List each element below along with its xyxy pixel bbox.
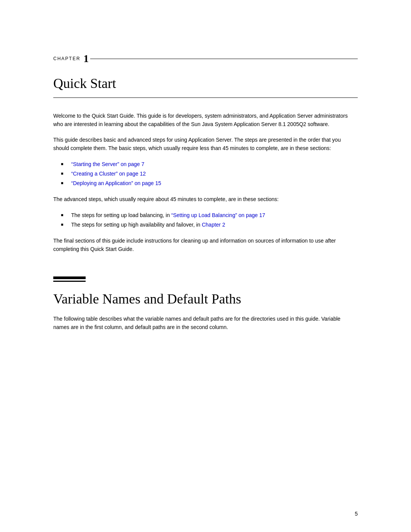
section2-paragraph-1: The following table describes what the v…: [53, 315, 358, 332]
basic-links-list: “Starting the Server” on page 7 “Creatin…: [61, 160, 358, 189]
load-balancing-link[interactable]: “Setting up Load Balancing” on page 17: [171, 212, 265, 218]
advanced-bullets-list: The steps for setting up load balancing,…: [61, 211, 358, 230]
bar-thick: [53, 276, 86, 279]
section2-title: Variable Names and Default Paths: [53, 291, 358, 307]
intro-paragraph-1: Welcome to the Quick Start Guide. This g…: [53, 112, 358, 129]
chapter-title: Quick Start: [53, 75, 358, 91]
chapter-divider-line: [90, 59, 358, 59]
deploying-application-link[interactable]: “Deploying an Application” on page 15: [71, 179, 161, 188]
list-item: “Creating a Cluster” on page 12: [61, 169, 358, 179]
intro-paragraph-2: This guide describes basic and advanced …: [53, 136, 358, 153]
content-area: Chapter 1 Quick Start Welcome to the Qui…: [0, 0, 411, 369]
list-item: The steps for setting up high availabili…: [61, 220, 358, 230]
chapter-2-link[interactable]: Chapter 2: [202, 222, 225, 228]
chapter-label: Chapter: [53, 56, 80, 61]
decorative-bars: [53, 276, 358, 282]
bar-thin: [53, 281, 86, 282]
final-paragraph: The final sections of this guide include…: [53, 236, 358, 254]
creating-cluster-link[interactable]: “Creating a Cluster” on page 12: [71, 169, 146, 179]
chapter-header: Chapter 1: [53, 53, 358, 64]
advanced-bullet-2-prefix: The steps for setting up high availabili…: [71, 222, 202, 228]
starting-server-link[interactable]: “Starting the Server” on page 7: [71, 160, 144, 169]
list-item: “Deploying an Application” on page 15: [61, 179, 358, 188]
page-number: 5: [355, 511, 358, 517]
advanced-bullet-1: The steps for setting up load balancing,…: [71, 211, 265, 220]
advanced-bullet-2: The steps for setting up high availabili…: [71, 220, 225, 230]
page: Chapter 1 Quick Start Welcome to the Qui…: [0, 0, 411, 532]
advanced-steps-paragraph: The advanced steps, which usually requir…: [53, 195, 358, 203]
list-item: “Starting the Server” on page 7: [61, 160, 358, 169]
chapter-number: 1: [83, 53, 89, 64]
title-divider: [53, 97, 358, 98]
advanced-bullet-1-prefix: The steps for setting up load balancing,…: [71, 212, 171, 218]
list-item: The steps for setting up load balancing,…: [61, 211, 358, 220]
